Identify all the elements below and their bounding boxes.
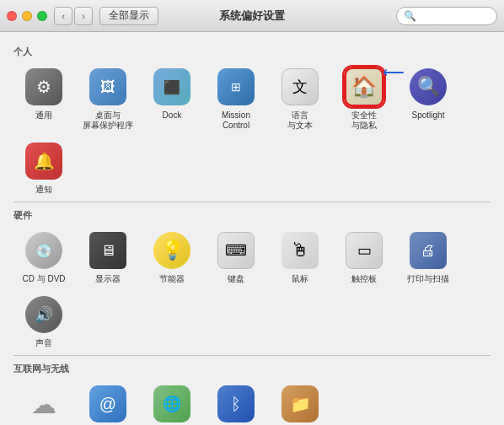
item-dock[interactable]: ⬛ Dock xyxy=(142,63,202,134)
item-energy[interactable]: 💡 节能器 xyxy=(142,227,202,288)
sound-label: 声音 xyxy=(35,338,52,348)
trackpad-icon: ▭ xyxy=(346,232,383,269)
main-content: 个人 ⚙ 通用 🖼 桌面与 屏幕保护程序 ⬛ Dock ⊞ Mission Co… xyxy=(0,32,504,425)
desktop-label: 桌面与 屏幕保护程序 xyxy=(83,110,133,131)
display-icon: 🖥 xyxy=(89,232,126,269)
close-button[interactable] xyxy=(7,11,17,21)
trackpad-label: 触控板 xyxy=(351,274,377,284)
back-button[interactable]: ‹ xyxy=(54,7,72,25)
mouse-icon-img: 🖱 xyxy=(280,230,320,271)
item-notification[interactable]: 🔔 通知 xyxy=(13,137,74,198)
arrow-indicator: ⟵ xyxy=(383,63,405,82)
spotlight-icon-img: 🔍 xyxy=(408,67,448,107)
sound-icon-img: 🔊 xyxy=(24,294,64,335)
desktop-icon: 🖼 xyxy=(89,68,126,105)
search-icon: 🔍 xyxy=(404,10,416,22)
trackpad-icon-img: ▭ xyxy=(344,230,384,271)
notification-label: 通知 xyxy=(35,185,52,195)
mission-icon: ⊞ xyxy=(217,68,255,105)
icloud-icon-img: ☁ xyxy=(24,384,64,424)
language-label: 语言 与文本 xyxy=(287,110,313,131)
window-title: 系统偏好设置 xyxy=(219,8,285,24)
mission-label: Mission Control xyxy=(222,110,250,131)
mail-icon-img: @ xyxy=(88,384,128,424)
sharing-icon-img: 📁 xyxy=(280,384,320,424)
item-desktop[interactable]: 🖼 桌面与 屏幕保护程序 xyxy=(78,63,138,134)
sharing-icon: 📁 xyxy=(281,385,319,422)
bluetooth-icon: ᛒ xyxy=(217,385,255,422)
notification-icon: 🔔 xyxy=(25,143,62,180)
section-title-internet: 互联网与无线 xyxy=(13,363,491,375)
language-icon-img: 文 xyxy=(280,67,320,107)
keyboard-label: 键盘 xyxy=(228,274,244,284)
print-icon: 🖨 xyxy=(410,232,447,269)
item-trackpad[interactable]: ▭ 触控板 xyxy=(334,227,394,288)
minimize-button[interactable] xyxy=(22,11,32,21)
dock-icon: ⬛ xyxy=(153,68,190,105)
dvd-label: CD 与 DVD xyxy=(22,274,65,284)
desktop-icon-img: 🖼 xyxy=(88,67,128,107)
item-mail[interactable]: @ 邮件、通讯录、 日历 xyxy=(78,380,138,425)
hardware-grid: 💿 CD 与 DVD 🖥 显示器 💡 节能器 ⌨ 键盘 🖱 xyxy=(13,227,491,352)
mouse-label: 鼠标 xyxy=(292,274,308,284)
security-icon-img: 🏠 ⟵ xyxy=(344,67,384,107)
search-box[interactable]: 🔍 xyxy=(396,7,497,25)
keyboard-icon: ⌨ xyxy=(217,232,255,269)
icloud-icon: ☁ xyxy=(25,385,62,422)
notification-icon-img: 🔔 xyxy=(24,141,64,181)
security-icon: 🏠 xyxy=(344,67,384,107)
dock-label: Dock xyxy=(163,110,182,121)
spotlight-label: Spotlight xyxy=(412,110,445,121)
keyboard-icon-img: ⌨ xyxy=(216,230,256,271)
network-icon: 🌐 xyxy=(153,385,190,422)
item-sharing[interactable]: 📁 共享 xyxy=(270,380,330,425)
nav-buttons: ‹ › xyxy=(54,7,93,25)
item-mouse[interactable]: 🖱 鼠标 xyxy=(270,227,330,288)
item-icloud[interactable]: ☁ iCloud xyxy=(13,380,74,425)
item-bluetooth[interactable]: ᛒ 蓝牙 xyxy=(206,380,266,425)
dock-icon-img: ⬛ xyxy=(152,67,192,107)
mouse-icon: 🖱 xyxy=(281,232,319,269)
bluetooth-icon-img: ᛒ xyxy=(216,384,256,424)
network-icon-img: 🌐 xyxy=(152,384,192,424)
personal-grid: ⚙ 通用 🖼 桌面与 屏幕保护程序 ⬛ Dock ⊞ Mission Contr… xyxy=(13,63,491,198)
item-sound[interactable]: 🔊 声音 xyxy=(13,291,74,352)
print-label: 打印与扫描 xyxy=(407,274,449,284)
show-all-button[interactable]: 全部显示 xyxy=(99,7,158,25)
separator-1 xyxy=(13,202,491,202)
sound-icon: 🔊 xyxy=(25,296,62,333)
item-security[interactable]: 🏠 ⟵ 安全性 与隐私 xyxy=(334,63,394,134)
mission-icon-img: ⊞ xyxy=(216,67,256,107)
energy-icon: 💡 xyxy=(153,232,190,269)
spotlight-icon: 🔍 xyxy=(410,68,447,105)
separator-2 xyxy=(13,355,491,356)
item-mission[interactable]: ⊞ Mission Control xyxy=(206,63,266,134)
security-label: 安全性 与隐私 xyxy=(351,110,377,131)
language-icon: 文 xyxy=(281,68,319,105)
title-bar: ‹ › 全部显示 系统偏好设置 🔍 xyxy=(0,0,504,32)
general-icon: ⚙ xyxy=(25,68,62,105)
item-general[interactable]: ⚙ 通用 xyxy=(13,63,74,134)
mail-icon: @ xyxy=(89,385,126,422)
item-language[interactable]: 文 语言 与文本 xyxy=(270,63,330,134)
dvd-icon-img: 💿 xyxy=(24,230,64,271)
display-icon-img: 🖥 xyxy=(88,230,128,271)
search-input[interactable] xyxy=(420,10,487,22)
energy-label: 节能器 xyxy=(159,274,185,284)
energy-icon-img: 💡 xyxy=(152,230,192,271)
item-keyboard[interactable]: ⌨ 键盘 xyxy=(206,227,266,288)
general-label: 通用 xyxy=(35,110,52,121)
section-title-personal: 个人 xyxy=(13,46,491,58)
item-display[interactable]: 🖥 显示器 xyxy=(78,227,138,288)
general-icon-img: ⚙ xyxy=(24,67,64,107)
internet-grid: ☁ iCloud @ 邮件、通讯录、 日历 🌐 网络 ᛒ 蓝牙 📁 xyxy=(13,380,491,425)
traffic-lights xyxy=(7,11,47,21)
item-network[interactable]: 🌐 网络 xyxy=(142,380,202,425)
item-dvd[interactable]: 💿 CD 与 DVD xyxy=(13,227,74,288)
maximize-button[interactable] xyxy=(37,11,47,21)
item-print[interactable]: 🖨 打印与扫描 xyxy=(398,227,458,288)
section-title-hardware: 硬件 xyxy=(13,209,491,222)
item-spotlight[interactable]: 🔍 Spotlight xyxy=(398,63,458,134)
forward-button[interactable]: › xyxy=(74,7,93,25)
dvd-icon: 💿 xyxy=(25,232,62,269)
